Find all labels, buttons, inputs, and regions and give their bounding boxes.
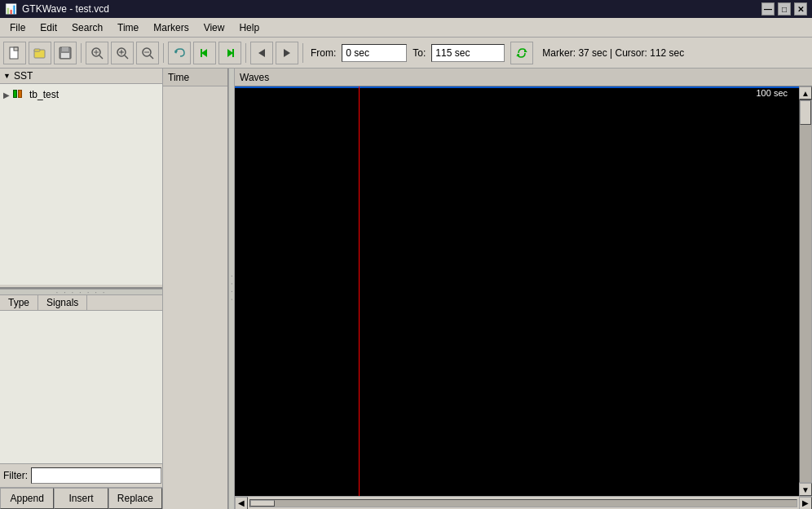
svg-text:+: + — [120, 49, 123, 55]
window-title: GTKWave - test.vcd — [22, 3, 109, 15]
end-button[interactable] — [218, 42, 241, 64]
tree-label[interactable]: tb_test — [29, 89, 59, 100]
hscroll-thumb[interactable] — [250, 500, 275, 507]
cursor-value: 112 sec — [650, 47, 684, 59]
marker-info: Marker: 37 sec | Cursor: 112 sec — [536, 47, 691, 59]
sst-title: SST — [14, 70, 33, 82]
from-input[interactable] — [342, 44, 407, 62]
sst-tree[interactable]: ▶ tb_test — [0, 84, 162, 285]
zoom-out-button[interactable] — [136, 42, 159, 64]
sig-wave-resizer[interactable]: · · · · — [228, 69, 235, 509]
insert-button[interactable]: Insert — [54, 488, 108, 509]
scroll-down-button[interactable]: ▼ — [799, 483, 812, 496]
reload-button[interactable] — [510, 42, 533, 64]
next-button[interactable] — [276, 42, 298, 64]
timeline — [235, 86, 799, 88]
horizontal-scrollbar: ◀ ▶ — [235, 496, 812, 509]
scroll-right-button[interactable]: ▶ — [799, 497, 812, 510]
time-label-100: 100 sec — [756, 88, 788, 98]
tab-type[interactable]: Type — [0, 295, 38, 310]
begin-button[interactable] — [193, 42, 216, 64]
toolbar-sep-4 — [302, 43, 303, 63]
waves-title: Waves — [240, 72, 269, 83]
right-panel: Time · · · · Waves — [163, 69, 812, 509]
filter-input[interactable] — [31, 467, 161, 484]
menu-view[interactable]: View — [197, 20, 232, 35]
title-bar-left: 📊 GTKWave - test.vcd — [5, 3, 109, 15]
menu-edit[interactable]: Edit — [33, 20, 64, 35]
vscroll-track[interactable] — [799, 100, 812, 483]
signals-names-content — [163, 86, 227, 509]
vscroll-thumb[interactable] — [800, 100, 811, 125]
close-button[interactable]: ✕ — [794, 2, 807, 15]
minimize-button[interactable]: — — [761, 2, 774, 15]
svg-line-8 — [99, 55, 103, 59]
replace-button[interactable]: Replace — [108, 488, 162, 509]
sst-section: ▼ SST ▶ tb_test — [0, 69, 162, 289]
to-input[interactable] — [431, 44, 505, 62]
tree-node-icon — [13, 90, 26, 100]
tree-item-tb-test[interactable]: ▶ tb_test — [3, 87, 159, 102]
wave-area: Waves 100 sec — [235, 69, 812, 509]
signals-section: Type Signals — [0, 295, 162, 463]
svg-rect-5 — [62, 47, 68, 51]
marker-value: 37 sec — [578, 47, 607, 59]
svg-rect-6 — [61, 53, 69, 58]
svg-marker-25 — [284, 49, 290, 57]
signals-list — [0, 311, 162, 463]
signals-header: Type Signals — [0, 295, 162, 311]
menu-help[interactable]: Help — [232, 20, 266, 35]
from-label: From: — [307, 47, 339, 59]
filter-label: Filter: — [3, 470, 28, 481]
svg-rect-1 — [14, 47, 18, 51]
svg-line-17 — [150, 55, 153, 59]
left-panel: ▼ SST ▶ tb_test · · · · · · · Ty — [0, 69, 163, 509]
cursor-label: Cursor: — [616, 47, 647, 59]
hscroll-track[interactable] — [249, 499, 797, 507]
vertical-scrollbar: ▲ ▼ — [799, 86, 812, 496]
marker-line — [359, 86, 360, 496]
save-button[interactable] — [54, 42, 77, 64]
action-buttons: Append Insert Replace — [0, 487, 162, 509]
tab-signals[interactable]: Signals — [38, 295, 87, 310]
maximize-button[interactable]: □ — [778, 2, 791, 15]
scroll-up-button[interactable]: ▲ — [799, 86, 812, 100]
svg-rect-21 — [201, 49, 202, 57]
svg-marker-24 — [258, 49, 265, 57]
undo-button[interactable] — [168, 42, 191, 64]
svg-rect-3 — [34, 49, 40, 51]
title-bar-controls: — □ ✕ — [761, 2, 807, 15]
waves-section: Time · · · · Waves — [163, 69, 812, 509]
svg-marker-20 — [201, 49, 207, 57]
collapse-icon[interactable]: ▼ — [3, 72, 11, 80]
open-button[interactable] — [29, 42, 51, 64]
time-header-label: Time — [168, 72, 189, 83]
menu-file[interactable]: File — [3, 20, 32, 35]
new-button[interactable] — [3, 42, 26, 64]
marker-label: Marker: — [542, 47, 576, 59]
sst-header: ▼ SST — [0, 69, 162, 84]
menu-search[interactable]: Search — [65, 20, 109, 35]
append-button[interactable]: Append — [0, 488, 54, 509]
svg-line-12 — [125, 55, 128, 59]
scroll-left-button[interactable]: ◀ — [235, 497, 248, 510]
sst-resizer[interactable]: · · · · · · · — [0, 289, 162, 295]
zoom-in-button[interactable]: + — [111, 42, 134, 64]
signals-names-panel: Time — [163, 69, 228, 509]
filter-bar: Filter: — [0, 463, 162, 487]
wave-canvas[interactable]: 100 sec — [235, 86, 799, 496]
zoom-fit-button[interactable] — [86, 42, 108, 64]
menu-bar: File Edit Search Time Markers View Help — [0, 18, 812, 38]
tree-expand-icon[interactable]: ▶ — [3, 91, 10, 100]
toolbar-sep-2 — [163, 43, 164, 63]
toolbar-sep-1 — [81, 43, 82, 63]
app-icon: 📊 — [5, 3, 17, 15]
menu-markers[interactable]: Markers — [147, 20, 195, 35]
main-area: ▼ SST ▶ tb_test · · · · · · · Ty — [0, 69, 812, 509]
menu-time[interactable]: Time — [111, 20, 145, 35]
toolbar-sep-3 — [245, 43, 246, 63]
prev-button[interactable] — [250, 42, 273, 64]
wave-header: Waves — [235, 69, 812, 86]
title-bar: 📊 GTKWave - test.vcd — □ ✕ — [0, 0, 812, 18]
svg-rect-23 — [232, 49, 234, 57]
